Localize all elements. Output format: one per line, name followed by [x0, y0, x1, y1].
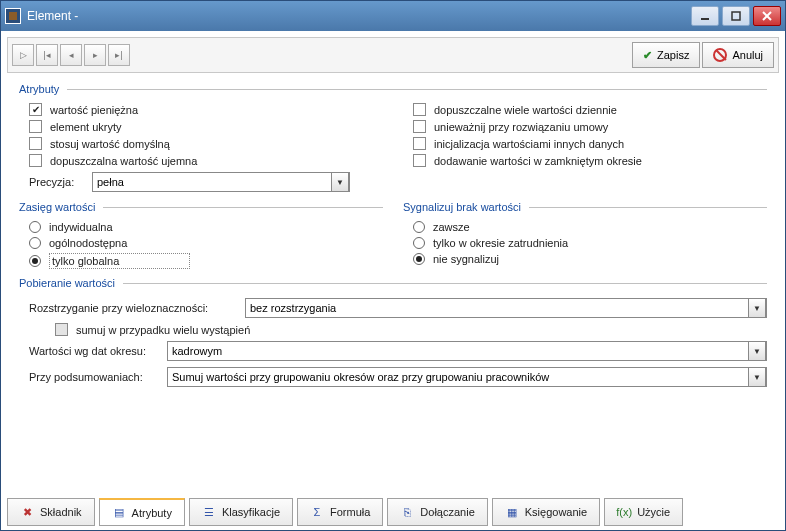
toolbar: ▷ |◂ ◂ ▸ ▸| ✔ Zapisz Anuluj — [7, 37, 779, 73]
checkbox-sum-multi[interactable] — [55, 323, 68, 336]
divider — [529, 207, 767, 208]
group-title: Atrybuty — [19, 83, 59, 95]
close-icon — [762, 11, 772, 21]
group-title: Pobieranie wartości — [19, 277, 115, 289]
summary-label: Przy podsumowaniach: — [29, 371, 159, 383]
tab-label: Użycie — [637, 506, 670, 518]
maximize-button[interactable] — [722, 6, 750, 26]
precision-label: Precyzja: — [29, 176, 84, 188]
nav-prev-button[interactable]: ◂ — [60, 44, 82, 66]
close-button[interactable] — [753, 6, 781, 26]
component-icon: ✖ — [20, 505, 34, 519]
radio-individual[interactable] — [29, 221, 41, 233]
tab-label: Księgowanie — [525, 506, 587, 518]
checkbox-label: wartość pieniężna — [50, 104, 138, 116]
checkbox-label: dopuszczalne wiele wartości dziennie — [434, 104, 617, 116]
radio-label: ogólnodostępna — [49, 237, 127, 249]
checkbox-add-closed[interactable] — [413, 154, 426, 167]
checkbox-label: element ukryty — [50, 121, 122, 133]
summary-value: Sumuj wartości przy grupowaniu okresów o… — [172, 371, 549, 383]
content-area: Atrybuty ✔wartość pieniężna element ukry… — [1, 77, 785, 494]
radio-employment[interactable] — [413, 237, 425, 249]
tab-label: Dołączanie — [420, 506, 474, 518]
maximize-icon — [731, 11, 741, 21]
minimize-button[interactable] — [691, 6, 719, 26]
accounting-icon: ▦ — [505, 505, 519, 519]
checkbox-hidden[interactable] — [29, 120, 42, 133]
group-title: Zasięg wartości — [19, 201, 95, 213]
prev-icon: ◂ — [69, 50, 74, 60]
tab-classifications[interactable]: ☰Klasyfikacje — [189, 498, 293, 526]
ambiguity-value: bez rozstrzygania — [250, 302, 336, 314]
ambiguity-label: Rozstrzyganie przy wieloznaczności: — [29, 302, 237, 314]
chevron-down-icon: ▼ — [748, 367, 766, 387]
formula-icon: Σ — [310, 505, 324, 519]
play-icon: ▷ — [20, 50, 27, 60]
radio-label: indywidualna — [49, 221, 113, 233]
group-scope: Zasięg wartości indywidualna ogólnodostę… — [19, 201, 383, 271]
tab-accounting[interactable]: ▦Księgowanie — [492, 498, 600, 526]
divider — [123, 283, 767, 284]
nav-first-button[interactable]: |◂ — [36, 44, 58, 66]
precision-combo[interactable]: pełna ▼ — [92, 172, 350, 192]
attach-icon: ⎘ — [400, 505, 414, 519]
nav-next-button[interactable]: ▸ — [84, 44, 106, 66]
nav-play-button[interactable]: ▷ — [12, 44, 34, 66]
checkbox-multi-daily[interactable] — [413, 103, 426, 116]
nav-last-button[interactable]: ▸| — [108, 44, 130, 66]
chevron-down-icon: ▼ — [748, 298, 766, 318]
radio-no-signal[interactable] — [413, 253, 425, 265]
values-by-combo[interactable]: kadrowym ▼ — [167, 341, 767, 361]
titlebar[interactable]: Element - — [1, 1, 785, 31]
attributes-icon: ▤ — [112, 506, 126, 520]
checkbox-label: dodawanie wartości w zamkniętym okresie — [434, 155, 642, 167]
values-by-label: Wartości wg dat okresu: — [29, 345, 159, 357]
app-window: Element - ▷ |◂ ◂ ▸ ▸| ✔ Zapisz Anuluj — [0, 0, 786, 531]
window-title: Element - — [27, 9, 691, 23]
usage-icon: f(x) — [617, 505, 631, 519]
last-icon: ▸| — [115, 50, 122, 60]
chevron-down-icon: ▼ — [331, 172, 349, 192]
tab-formula[interactable]: ΣFormuła — [297, 498, 383, 526]
checkbox-label: dopuszczalna wartość ujemna — [50, 155, 197, 167]
first-icon: |◂ — [43, 50, 50, 60]
radio-always[interactable] — [413, 221, 425, 233]
radio-public[interactable] — [29, 237, 41, 249]
values-by-value: kadrowym — [172, 345, 222, 357]
save-button[interactable]: ✔ Zapisz — [632, 42, 700, 68]
check-icon: ✔ — [643, 49, 652, 62]
cancel-label: Anuluj — [732, 49, 763, 61]
checkbox-label: sumuj w przypadku wielu wystąpień — [76, 324, 250, 336]
tab-usage[interactable]: f(x)Użycie — [604, 498, 683, 526]
checkbox-init-other[interactable] — [413, 137, 426, 150]
checkbox-monetary[interactable]: ✔ — [29, 103, 42, 116]
group-signal: Sygnalizuj brak wartości zawsze tylko w … — [403, 201, 767, 267]
group-title: Sygnalizuj brak wartości — [403, 201, 521, 213]
summary-combo[interactable]: Sumuj wartości przy grupowaniu okresów o… — [167, 367, 767, 387]
radio-label: nie sygnalizuj — [433, 253, 499, 265]
tab-component[interactable]: ✖Składnik — [7, 498, 95, 526]
checkbox-label: unieważnij przy rozwiązaniu umowy — [434, 121, 608, 133]
tab-label: Składnik — [40, 506, 82, 518]
divider — [103, 207, 383, 208]
app-icon — [5, 8, 21, 24]
group-attributes: Atrybuty ✔wartość pieniężna element ukry… — [19, 83, 767, 195]
cancel-button[interactable]: Anuluj — [702, 42, 774, 68]
tab-label: Atrybuty — [132, 507, 172, 519]
checkbox-negative[interactable] — [29, 154, 42, 167]
tab-label: Klasyfikacje — [222, 506, 280, 518]
checkbox-invalidate[interactable] — [413, 120, 426, 133]
radio-label: zawsze — [433, 221, 470, 233]
minimize-icon — [700, 11, 710, 21]
radio-label: tylko globalna — [49, 253, 190, 269]
classifications-icon: ☰ — [202, 505, 216, 519]
radio-label: tylko w okresie zatrudnienia — [433, 237, 568, 249]
tab-attach[interactable]: ⎘Dołączanie — [387, 498, 487, 526]
tab-label: Formuła — [330, 506, 370, 518]
divider — [67, 89, 767, 90]
tab-attributes[interactable]: ▤Atrybuty — [99, 498, 185, 526]
checkbox-default[interactable] — [29, 137, 42, 150]
svg-rect-1 — [732, 12, 740, 20]
ambiguity-combo[interactable]: bez rozstrzygania ▼ — [245, 298, 767, 318]
radio-global[interactable] — [29, 255, 41, 267]
